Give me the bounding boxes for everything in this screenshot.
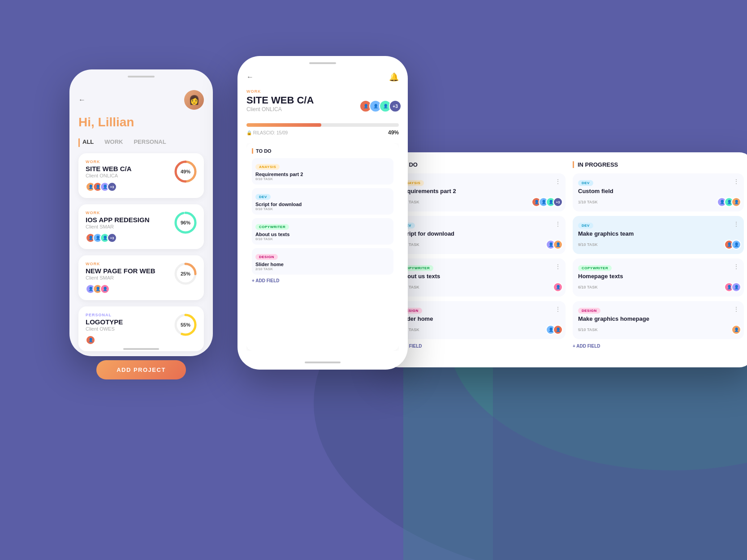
- project-card-logotype[interactable]: 55% PERSONAL LOGOTYPE Client OWES 👤: [78, 306, 204, 351]
- mgh-av1: 👤: [731, 325, 741, 335]
- p2-avatar-extra: +3: [389, 100, 402, 112]
- todo-card-sub-3: 0/10 TASK: [255, 237, 390, 241]
- card-tag-hometext: COPYWRITER: [578, 265, 612, 271]
- card-footer-hometext: 6/10 TASK 👤 👤: [578, 282, 738, 292]
- todo-card-4[interactable]: DESIGN Slider home 2/10 TASK: [252, 248, 393, 275]
- card-avatars-makegraphics: 👤 👤: [724, 240, 738, 250]
- progress-donut-1: 49%: [173, 159, 198, 184]
- kanban-card-homepagetext[interactable]: ⋮ COPYWRITER Homepage texts 6/10 TASK 👤 …: [573, 258, 744, 297]
- card-menu-makegraphics[interactable]: ⋮: [733, 220, 739, 228]
- card-menu-hometext[interactable]: ⋮: [733, 263, 739, 270]
- card-tag-custom: DEV: [578, 180, 593, 186]
- project-card-newpage[interactable]: 25% WORK NEW PAGE FOR WEB Client SMAR 👤 …: [78, 255, 204, 300]
- tab-all[interactable]: ALL: [78, 138, 94, 147]
- todo-tag-4: DESIGN: [255, 254, 278, 260]
- tab-personal[interactable]: PERSONAL: [134, 138, 166, 147]
- card-footer-makegraphics: 9/10 TASK 👤 👤: [578, 240, 738, 250]
- add-project-button[interactable]: ADD PROJECT: [96, 360, 186, 379]
- todo-card-sub-4: 2/10 TASK: [255, 267, 390, 271]
- progress-info: 🔒 RILASCIO: 15/09 49%: [246, 129, 399, 136]
- card-tag-mghome: DESIGN: [578, 308, 600, 314]
- ht-av2: 👤: [731, 282, 741, 292]
- todo-tag-1: ANAYSIS: [255, 164, 280, 170]
- todo-card-sub-2: 0/10 TASK: [255, 207, 390, 211]
- progress-section: 🔒 RILASCIO: 15/09 49%: [246, 123, 399, 136]
- todo-add-field[interactable]: + ADD FIELD: [252, 278, 393, 283]
- donut-percent-3: 25%: [181, 271, 190, 276]
- release-date: 🔒 RILASCIO: 15/09: [246, 130, 288, 135]
- slider-av2: 👤: [553, 325, 563, 335]
- tab-bar: ALL WORK PERSONAL: [78, 138, 204, 147]
- todo-tag-3: COPYWRITER: [255, 224, 289, 230]
- kanban-inprogress-title: IN PROGRESS: [573, 161, 744, 168]
- avatar[interactable]: 👩: [184, 90, 204, 110]
- req-av-extra: +3: [553, 197, 563, 207]
- card-title-mghome: Make graphics homepage: [578, 315, 738, 322]
- card-menu-req[interactable]: ⋮: [555, 178, 561, 185]
- card-footer-about: 0/10 TASK 👤: [400, 282, 560, 292]
- mg-av2: 👤: [731, 240, 741, 250]
- avatar-extra-2: +3: [107, 233, 117, 243]
- card-title-about: About us texts: [400, 273, 560, 280]
- greeting: Hi, Lillian: [78, 115, 204, 129]
- todo-card-3[interactable]: COPYWRITER About us texts 0/10 TASK: [252, 218, 393, 245]
- todo-tag-2: DEV: [255, 194, 271, 200]
- card-avatars-custom: 👤 👤 👤: [717, 197, 738, 207]
- card-avatars-about: 👤: [553, 282, 560, 292]
- todo-card-title-1: Requirements part 2: [255, 172, 390, 177]
- card-menu-about[interactable]: ⋮: [555, 263, 561, 270]
- card-menu-custom[interactable]: ⋮: [733, 178, 739, 185]
- kanban-card-customfield[interactable]: ⋮ DEV Custom field 1/10 TASK 👤 👤 👤: [573, 173, 744, 211]
- progress-bar-fill: [246, 123, 321, 127]
- card-footer-mghome: 5/10 TASK 👤: [578, 325, 738, 335]
- kanban-todo-title: TO DO: [394, 161, 566, 168]
- todo-card-sub-1: 0/10 TASK: [255, 177, 390, 181]
- todo-title: TO DO: [252, 148, 393, 154]
- bell-icon[interactable]: 🔔: [389, 72, 399, 82]
- card-avatars-slider: 👤 👤: [546, 325, 560, 335]
- todo-add-field-3[interactable]: + ADD FIELD: [394, 344, 566, 349]
- todo-card-2[interactable]: DEV Script for download 0/10 TASK: [252, 188, 393, 215]
- progress-donut-4: 55%: [173, 313, 198, 337]
- kanban-card-makegraphics[interactable]: ⋮ DEV Make graphics team 9/10 TASK 👤 👤: [573, 216, 744, 254]
- kanban-card-about[interactable]: ⋮ COPYWRITER About us texts 0/10 TASK 👤: [394, 258, 566, 297]
- kanban-card-makegraphichome[interactable]: ⋮ DESIGN Make graphics homepage 5/10 TAS…: [573, 301, 744, 339]
- script-av2: 👤: [553, 240, 563, 250]
- card-title-req: Requirements part 2: [400, 188, 560, 194]
- tab-work[interactable]: WORK: [104, 138, 123, 147]
- card-menu-script[interactable]: ⋮: [555, 220, 561, 228]
- card-menu-mghome[interactable]: ⋮: [733, 306, 739, 313]
- card-avatars-hometext: 👤 👤: [724, 282, 738, 292]
- project2-category: WORK: [246, 89, 399, 94]
- avatar-extra-1: +3: [107, 182, 117, 192]
- card-title-slider: Slider home: [400, 315, 560, 322]
- project2-avatars: 👤 👤 👤 +3: [359, 100, 399, 112]
- back-button[interactable]: ←: [78, 96, 86, 104]
- project-card-ios[interactable]: 96% WORK IOS APP REDESIGN Client SMAR 👤 …: [78, 204, 204, 249]
- card-footer-slider: 2/10 TASK 👤 👤: [400, 325, 560, 335]
- progress-donut-2: 96%: [173, 211, 198, 235]
- home-indicator-2: [305, 362, 341, 363]
- todo-card-title-4: Slider home: [255, 262, 390, 267]
- todo-card-title-2: Script for download: [255, 202, 390, 207]
- phone2-header: ← 🔔: [246, 72, 399, 82]
- card-avatars-mghome: 👤: [731, 325, 738, 335]
- card-sub-custom: 1/10 TASK: [578, 200, 598, 204]
- card-menu-slider[interactable]: ⋮: [555, 306, 561, 313]
- kanban-card-script[interactable]: ⋮ DEV Script for download 0/10 TASK 👤 👤: [394, 216, 566, 254]
- card-title-script: Script for download: [400, 230, 560, 237]
- progress-bar-track: [246, 123, 399, 127]
- project-card-siteweb[interactable]: 49% WORK SITE WEB C/A Client ONLICA 👤 👤 …: [78, 153, 204, 198]
- card-avatars-req: 👤 👤 👤 +3: [531, 197, 560, 207]
- kanban-card-req[interactable]: ⋮ ANAYSIS Requirements part 2 0/10 TASK …: [394, 173, 566, 211]
- inprogress-add-field[interactable]: + ADD FIELD: [573, 344, 744, 349]
- back-button-2[interactable]: ←: [246, 73, 254, 81]
- todo-card-1[interactable]: ANAYSIS Requirements part 2 0/10 TASK: [252, 158, 393, 185]
- kanban-inprogress-col: IN PROGRESS ⋮ DEV Custom field 1/10 TASK…: [573, 161, 744, 358]
- card-title-hometext: Homepage texts: [578, 273, 738, 280]
- avatar-3c: 👤: [100, 284, 110, 294]
- kanban-card-slider[interactable]: ⋮ DESIGN Slider home 2/10 TASK 👤 👤: [394, 301, 566, 339]
- home-indicator: [123, 348, 159, 350]
- kanban-todo-col: TO DO ⋮ ANAYSIS Requirements part 2 0/10…: [394, 161, 566, 358]
- donut-percent-2: 96%: [181, 220, 190, 225]
